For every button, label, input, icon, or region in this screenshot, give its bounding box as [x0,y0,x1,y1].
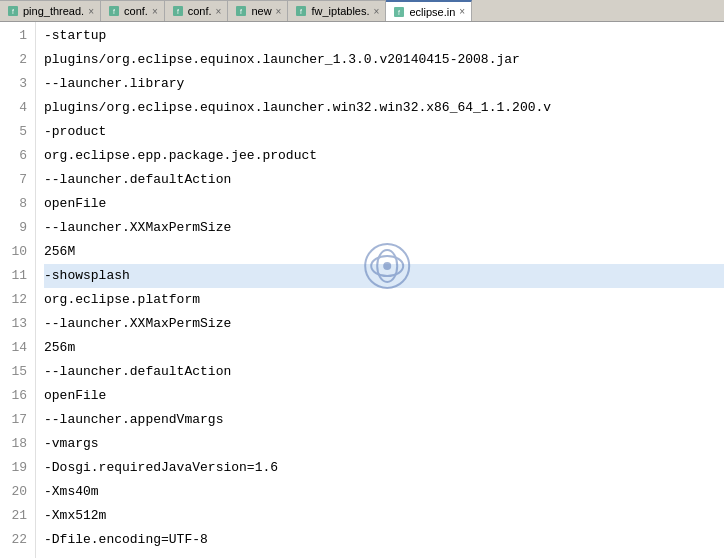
tab-close-ping_thread[interactable]: × [88,6,94,17]
line-num-22: 22 [4,528,27,552]
tab-label-new: new [251,5,271,17]
code-text-21: -Xmx512m [44,504,106,528]
line-num-20: 20 [4,480,27,504]
line-num-18: 18 [4,432,27,456]
code-text-17: --launcher.appendVmargs [44,408,223,432]
tab-label-conf2: conf. [188,5,212,17]
code-text-8: openFile [44,192,106,216]
line-num-14: 14 [4,336,27,360]
code-text-20: -Xms40m [44,480,99,504]
line-num-21: 21 [4,504,27,528]
line-num-3: 3 [4,72,27,96]
code-line-13: --launcher.XXMaxPermSize [44,312,724,336]
code-line-19: -Dosgi.requiredJavaVersion=1.6 [44,456,724,480]
code-text-11: -showsplash [44,264,130,288]
tab-label-conf1: conf. [124,5,148,17]
code-line-7: --launcher.defaultAction [44,168,724,192]
code-text-1: -startup [44,24,106,48]
code-text-13: --launcher.XXMaxPermSize [44,312,231,336]
code-line-12: org.eclipse.platform [44,288,724,312]
line-num-19: 19 [4,456,27,480]
code-line-22: -Dfile.encoding=UTF-8 [44,528,724,552]
editor: 12345678910111213141516171819202122 -sta… [0,22,724,558]
svg-text:f: f [300,8,302,15]
svg-text:f: f [177,8,179,15]
tab-close-conf2[interactable]: × [216,6,222,17]
line-num-11: 11 [4,264,27,288]
code-line-8: openFile [44,192,724,216]
code-line-9: --launcher.XXMaxPermSize [44,216,724,240]
tab-icon-conf2: f [171,4,185,18]
code-text-4: plugins/org.eclipse.equinox.launcher.win… [44,96,551,120]
tab-close-fw_iptables[interactable]: × [374,6,380,17]
code-line-6: org.eclipse.epp.package.jee.product [44,144,724,168]
code-text-10: 256M [44,240,75,264]
code-line-16: openFile [44,384,724,408]
svg-text:f: f [240,8,242,15]
code-text-3: --launcher.library [44,72,184,96]
tab-close-new[interactable]: × [276,6,282,17]
code-text-15: --launcher.defaultAction [44,360,231,384]
code-text-9: --launcher.XXMaxPermSize [44,216,231,240]
line-num-16: 16 [4,384,27,408]
code-line-17: --launcher.appendVmargs [44,408,724,432]
code-content: -startupplugins/org.eclipse.equinox.laun… [36,22,724,558]
svg-text:f: f [113,8,115,15]
code-line-1: -startup [44,24,724,48]
line-num-10: 10 [4,240,27,264]
code-text-22: -Dfile.encoding=UTF-8 [44,528,208,552]
tab-label-ping_thread: ping_thread. [23,5,84,17]
tab-ping_thread[interactable]: fping_thread.× [0,0,101,22]
line-num-17: 17 [4,408,27,432]
svg-text:f: f [398,9,400,16]
tab-close-conf1[interactable]: × [152,6,158,17]
line-num-13: 13 [4,312,27,336]
tab-new[interactable]: fnew× [228,0,288,22]
tab-label-eclipse_ini: eclipse.in [409,6,455,18]
code-line-18: -vmargs [44,432,724,456]
code-text-5: -product [44,120,106,144]
tab-icon-conf1: f [107,4,121,18]
tab-label-fw_iptables: fw_iptables. [311,5,369,17]
tab-icon-eclipse_ini: f [392,5,406,19]
line-num-15: 15 [4,360,27,384]
line-num-9: 9 [4,216,27,240]
code-text-6: org.eclipse.epp.package.jee.product [44,144,317,168]
tab-icon-ping_thread: f [6,4,20,18]
tab-conf2[interactable]: fconf.× [165,0,229,22]
code-line-14: 256m [44,336,724,360]
code-line-20: -Xms40m [44,480,724,504]
code-text-7: --launcher.defaultAction [44,168,231,192]
tab-eclipse_ini[interactable]: feclipse.in× [386,0,472,22]
code-line-15: --launcher.defaultAction [44,360,724,384]
code-line-2: plugins/org.eclipse.equinox.launcher_1.3… [44,48,724,72]
code-text-14: 256m [44,336,75,360]
code-text-16: openFile [44,384,106,408]
code-text-2: plugins/org.eclipse.equinox.launcher_1.3… [44,48,520,72]
tab-icon-fw_iptables: f [294,4,308,18]
tab-conf1[interactable]: fconf.× [101,0,165,22]
line-num-2: 2 [4,48,27,72]
code-line-21: -Xmx512m [44,504,724,528]
line-num-1: 1 [4,24,27,48]
code-line-10: 256M [44,240,724,264]
tab-icon-new: f [234,4,248,18]
line-numbers: 12345678910111213141516171819202122 [0,22,36,558]
line-num-7: 7 [4,168,27,192]
code-line-3: --launcher.library [44,72,724,96]
code-line-4: plugins/org.eclipse.equinox.launcher.win… [44,96,724,120]
svg-text:f: f [12,8,14,15]
line-num-12: 12 [4,288,27,312]
code-line-11: -showsplash [44,264,724,288]
line-num-6: 6 [4,144,27,168]
tab-bar: fping_thread.×fconf.×fconf.×fnew×ffw_ipt… [0,0,724,22]
tab-close-eclipse_ini[interactable]: × [459,6,465,17]
line-num-8: 8 [4,192,27,216]
code-text-12: org.eclipse.platform [44,288,200,312]
tab-fw_iptables[interactable]: ffw_iptables.× [288,0,386,22]
line-num-5: 5 [4,120,27,144]
line-num-4: 4 [4,96,27,120]
code-line-5: -product [44,120,724,144]
code-text-18: -vmargs [44,432,99,456]
code-text-19: -Dosgi.requiredJavaVersion=1.6 [44,456,278,480]
